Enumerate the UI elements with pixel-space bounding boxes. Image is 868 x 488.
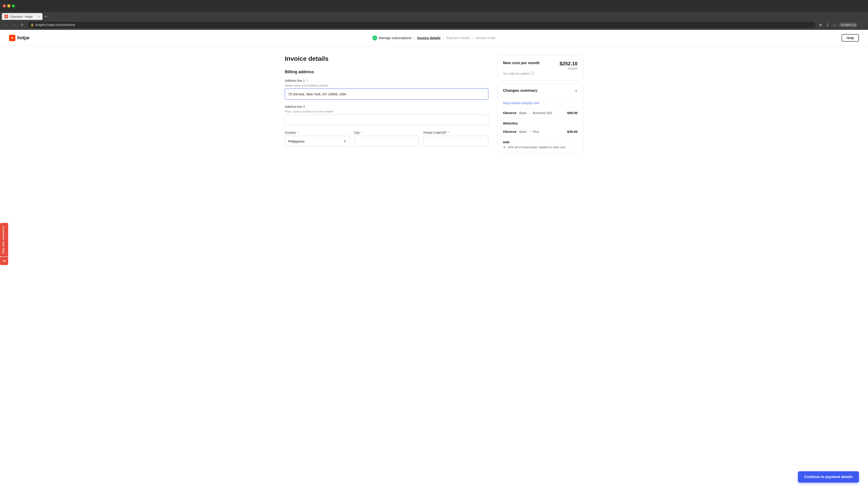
arrow-3: › [472, 36, 473, 40]
logo: ✶ hotjar [9, 35, 30, 41]
tab-favicon: H [4, 15, 8, 18]
country-select[interactable]: Philippines United States United Kingdom [285, 136, 350, 147]
required-star-postal: * [448, 131, 449, 134]
address1-label: Address line 1 * [285, 79, 488, 83]
address-url: insights.hotjar.com/checkout [35, 23, 75, 27]
breadcrumb-invoice-label: Invoice details [417, 36, 440, 40]
window-close-button[interactable] [3, 4, 6, 7]
breadcrumb-payment-label: Payment details [446, 36, 470, 40]
info-icon[interactable]: i [531, 72, 535, 75]
changes-title: Changes summary [503, 88, 537, 93]
breadcrumb-manage-label: Manage subscriptions [379, 36, 412, 40]
address2-label: Address line 2 [285, 105, 488, 108]
postal-input[interactable] [423, 136, 488, 147]
invoice-form: Invoice details Billing address Address … [285, 55, 488, 147]
cost-amount-block: $252.10 /month [559, 61, 578, 70]
page-wrapper: ✶ hotjar ✓ Manage subscriptions › Invoic… [0, 30, 868, 488]
changes-card: Changes summary ∨ https://admin.shopify.… [497, 84, 583, 152]
change-site-url[interactable]: https://admin.shopify.com/ [503, 98, 578, 108]
discount-info: ★ 10% off on lowest plan. Applied on tot… [503, 145, 578, 152]
arrow-1: › [414, 36, 415, 40]
address2-input[interactable] [285, 115, 488, 125]
browser-actions: ★ ⇓ ◇ Incognito (3) ⋮ [818, 22, 865, 28]
logo-text: hotjar [17, 35, 30, 40]
change-item-observe-web: Observe Basic → Plus $39.00 [503, 127, 578, 137]
window-maximize-button[interactable] [12, 4, 15, 7]
websites-section-title: Websites [503, 118, 578, 127]
new-tab-button[interactable]: + [42, 13, 49, 20]
browser-title-bar [0, 0, 868, 12]
bookmark-icon[interactable]: ★ [818, 22, 823, 28]
change-item-web-left: Observe Basic → Plus [503, 130, 539, 133]
sidebar: New cost per month $252.10 /month Tax mi… [497, 55, 583, 152]
back-button[interactable]: ← [3, 22, 9, 28]
change-product-observe: Observe [503, 111, 517, 115]
active-tab[interactable]: H Checkout - Hotjar × [2, 13, 42, 20]
billing-section-title: Billing address [285, 70, 488, 74]
country-label: Country * [285, 131, 350, 134]
address-bar-row: ← → ↻ 🔒 insights.hotjar.com/checkout ★ ⇓… [0, 20, 868, 30]
arrow-2: › [443, 36, 444, 40]
required-star: * [307, 79, 308, 83]
change-price-observe: $99.00 [567, 111, 578, 115]
address2-hint: Floor, space number or room number [285, 110, 488, 113]
address1-hint: Street name and building number [285, 84, 488, 87]
window-minimize-button[interactable] [7, 4, 10, 7]
discount-icon: ★ [503, 145, 506, 149]
menu-icon[interactable]: ⋮ [860, 22, 865, 28]
extensions-icon[interactable]: ◇ [832, 22, 837, 28]
arrow-icon: → [528, 111, 531, 115]
arrow-icon-web: → [528, 130, 531, 133]
breadcrumb-payment-details[interactable]: Payment details [446, 36, 470, 40]
cost-label: New cost per month [503, 61, 539, 65]
page-title: Invoice details [285, 55, 488, 62]
main-content: Invoice details Billing address Address … [276, 46, 592, 170]
tab-bar: H Checkout - Hotjar × + [0, 12, 868, 20]
breadcrumb-invoice-details[interactable]: Invoice details [417, 36, 440, 40]
page-header: ✶ hotjar ✓ Manage subscriptions › Invoic… [0, 30, 868, 46]
cost-amount: $252.10 [559, 61, 578, 66]
continue-to-payment-button[interactable]: Continue to payment details [798, 471, 859, 483]
change-item-observe: Observe Basic → Business 500 $99.00 [503, 108, 578, 118]
address-bar[interactable]: 🔒 insights.hotjar.com/checkout [27, 21, 816, 29]
download-icon[interactable]: ⇓ [825, 22, 830, 28]
breadcrumb-nav: ✓ Manage subscriptions › Invoice details… [372, 35, 496, 40]
change-product-observe-web: Observe [503, 130, 517, 133]
country-select-wrapper: Philippines United States United Kingdom… [285, 136, 350, 147]
changes-header[interactable]: Changes summary ∨ [498, 84, 583, 98]
incognito-badge[interactable]: Incognito (3) [839, 23, 858, 27]
tab-close-button[interactable]: × [38, 15, 40, 18]
cost-card: New cost per month $252.10 /month Tax mi… [497, 55, 583, 81]
change-arrow-web: Basic → Plus [519, 130, 539, 133]
forward-button[interactable]: → [11, 22, 17, 28]
change-price-observe-web: $39.00 [567, 130, 578, 133]
feedback-label[interactable]: Rate your experience [0, 223, 8, 256]
change-item-left: Observe Basic → Business 500 [503, 111, 552, 115]
window-controls[interactable] [3, 4, 15, 7]
chevron-down-icon: ∨ [575, 89, 578, 93]
required-star-city: * [361, 131, 362, 134]
tab-title: Checkout - Hotjar [10, 15, 36, 18]
breadcrumb-review-order[interactable]: Review order [476, 36, 496, 40]
location-row: Country * Philippines United States Unit… [285, 131, 488, 147]
tax-note: Tax might be applied i [503, 72, 578, 75]
address1-group: Address line 1 * Street name and buildin… [285, 79, 488, 99]
feedback-side: Rate your experience ✉ [0, 223, 8, 265]
discount-text: 10% off on lowest plan. Applied on total… [508, 145, 566, 149]
country-col: Country * Philippines United States Unit… [285, 131, 350, 147]
city-input[interactable] [354, 136, 419, 147]
breadcrumb-review-label: Review order [476, 36, 496, 40]
check-icon: ✓ [372, 35, 377, 40]
city-col: City * [354, 131, 419, 147]
postal-label: Postal Code/ZIP * [423, 131, 488, 134]
feedback-emoji-icon[interactable]: ✉ [0, 257, 8, 265]
refresh-button[interactable]: ↻ [19, 22, 25, 28]
per-month-label: /month [559, 67, 578, 70]
breadcrumb-manage-subscriptions[interactable]: ✓ Manage subscriptions [372, 35, 412, 40]
web-name: web [503, 137, 578, 145]
change-arrow: Basic → Business 500 [519, 111, 552, 115]
address2-group: Address line 2 Floor, space number or ro… [285, 105, 488, 125]
cost-header: New cost per month $252.10 /month [503, 61, 578, 70]
address1-input[interactable] [285, 89, 488, 99]
help-button[interactable]: Help [842, 34, 859, 41]
